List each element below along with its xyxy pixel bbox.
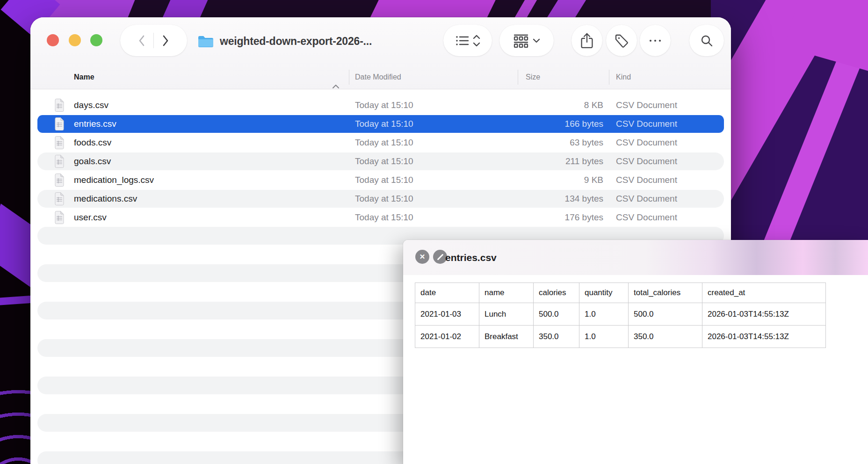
finder-toolbar: weighted-down-export-2026-... (30, 17, 731, 89)
column-divider[interactable] (349, 70, 349, 85)
csv-cell: 2026-01-03T14:55:13Z (702, 303, 826, 326)
share-icon (580, 32, 594, 49)
csv-file-icon (54, 211, 65, 224)
zoom-window-button[interactable] (90, 34, 102, 46)
column-header-size[interactable]: Size (526, 65, 540, 89)
quicklook-close-button[interactable]: ✕ (415, 250, 429, 264)
file-name: medication_logs.csv (74, 171, 154, 189)
file-kind: CSV Document (616, 208, 677, 227)
tag-button[interactable] (606, 25, 637, 56)
more-icon (649, 39, 662, 43)
nav-button-group (120, 25, 187, 56)
file-date-modified: Today at 15:10 (355, 189, 413, 208)
file-kind: CSV Document (616, 171, 677, 189)
file-name: foods.csv (74, 133, 111, 152)
file-name: user.csv (74, 208, 107, 227)
slash-icon (437, 254, 443, 260)
file-name: entries.csv (74, 115, 116, 133)
file-date-modified: Today at 15:10 (355, 96, 413, 115)
csv-cell: 350.0 (534, 326, 579, 348)
file-row-foods[interactable]: foods.csvToday at 15:1063 bytesCSV Docum… (30, 133, 731, 152)
file-row-goals[interactable]: goals.csvToday at 15:10211 bytesCSV Docu… (30, 152, 731, 171)
file-date-modified: Today at 15:10 (355, 171, 413, 189)
csv-file-icon (54, 136, 65, 149)
file-date-modified: Today at 15:10 (355, 115, 413, 133)
csv-cell: 2026-01-03T14:55:13Z (702, 326, 826, 348)
csv-col-header: total_calories (629, 283, 702, 303)
file-size: 166 bytes (498, 115, 603, 133)
group-view-icon (513, 34, 529, 48)
file-name: medications.csv (74, 189, 137, 208)
column-header-kind[interactable]: Kind (616, 65, 631, 89)
file-date-modified: Today at 15:10 (355, 133, 413, 152)
list-view-icon (456, 35, 470, 47)
file-size: 8 KB (498, 96, 603, 115)
file-row-medications[interactable]: medications.csvToday at 15:10134 bytesCS… (30, 189, 731, 208)
column-header-name[interactable]: Name (74, 65, 94, 89)
csv-header-row: datenamecaloriesquantitytotal_caloriescr… (415, 283, 826, 303)
csv-cell: 500.0 (629, 303, 702, 326)
csv-file-icon (54, 174, 65, 187)
csv-col-header: name (479, 283, 534, 303)
folder-icon (197, 35, 214, 49)
csv-file-icon (54, 117, 65, 130)
back-button[interactable] (130, 25, 153, 56)
csv-cell: 2021-01-03 (415, 303, 479, 326)
back-icon (138, 35, 145, 46)
file-date-modified: Today at 15:10 (355, 208, 413, 227)
file-kind: CSV Document (616, 133, 677, 152)
search-icon (700, 34, 714, 48)
file-size: 176 bytes (498, 208, 603, 227)
column-divider[interactable] (609, 70, 609, 85)
sort-ascending-icon (332, 75, 340, 98)
csv-file-icon (54, 155, 65, 168)
search-button[interactable] (689, 25, 724, 56)
file-row-days[interactable]: days.csvToday at 15:108 KBCSV Document (30, 96, 731, 115)
forward-button[interactable] (154, 25, 177, 56)
file-size: 9 KB (498, 171, 603, 189)
file-name: days.csv (74, 96, 108, 115)
file-size: 211 bytes (498, 152, 603, 171)
csv-cell: Breakfast (479, 326, 534, 348)
share-button[interactable] (571, 25, 602, 56)
window-title-area: weighted-down-export-2026-... (197, 17, 372, 65)
csv-data-row: 2021-01-02Breakfast350.01.0350.02026-01-… (415, 326, 826, 348)
tag-icon (614, 33, 629, 48)
csv-col-header: quantity (579, 283, 629, 303)
csv-data-row: 2021-01-03Lunch500.01.0500.02026-01-03T1… (415, 303, 826, 326)
quicklook-header: ✕ entries.csv (403, 240, 868, 276)
csv-col-header: calories (534, 283, 579, 303)
csv-cell: 350.0 (629, 326, 702, 348)
window-title: weighted-down-export-2026-... (220, 35, 372, 48)
file-row-entries[interactable]: entries.csvToday at 15:10166 bytesCSV Do… (30, 115, 731, 133)
file-kind: CSV Document (616, 152, 677, 171)
csv-col-header: created_at (702, 283, 826, 303)
file-size: 134 bytes (498, 189, 603, 208)
quicklook-body: datenamecaloriesquantitytotal_caloriescr… (403, 275, 868, 464)
file-date-modified: Today at 15:10 (355, 152, 413, 171)
view-mode-button[interactable] (443, 25, 492, 56)
forward-icon (162, 35, 169, 46)
column-header-date-modified[interactable]: Date Modified (355, 65, 401, 89)
file-row-user[interactable]: user.csvToday at 15:10176 bytesCSV Docum… (30, 208, 731, 227)
csv-col-header: date (415, 283, 479, 303)
minimize-window-button[interactable] (69, 34, 81, 46)
csv-file-icon (54, 192, 65, 205)
csv-cell: Lunch (479, 303, 534, 326)
column-divider[interactable] (518, 70, 518, 85)
csv-cell: 1.0 (579, 303, 629, 326)
file-kind: CSV Document (616, 189, 677, 208)
csv-cell: 500.0 (534, 303, 579, 326)
file-name: goals.csv (74, 152, 111, 171)
group-by-button[interactable] (499, 25, 554, 56)
column-header-row: Name Date Modified Size Kind (30, 65, 731, 89)
csv-file-icon (54, 99, 65, 112)
file-size: 63 bytes (498, 133, 603, 152)
chevron-up-down-icon (473, 34, 480, 47)
more-button[interactable] (640, 25, 671, 56)
csv-preview-table: datenamecaloriesquantitytotal_caloriescr… (415, 283, 826, 348)
desktop: weighted-down-export-2026-... (0, 0, 868, 464)
file-kind: CSV Document (616, 96, 677, 115)
file-row-medication_logs[interactable]: medication_logs.csvToday at 15:109 KBCSV… (30, 171, 731, 189)
close-window-button[interactable] (47, 34, 59, 46)
